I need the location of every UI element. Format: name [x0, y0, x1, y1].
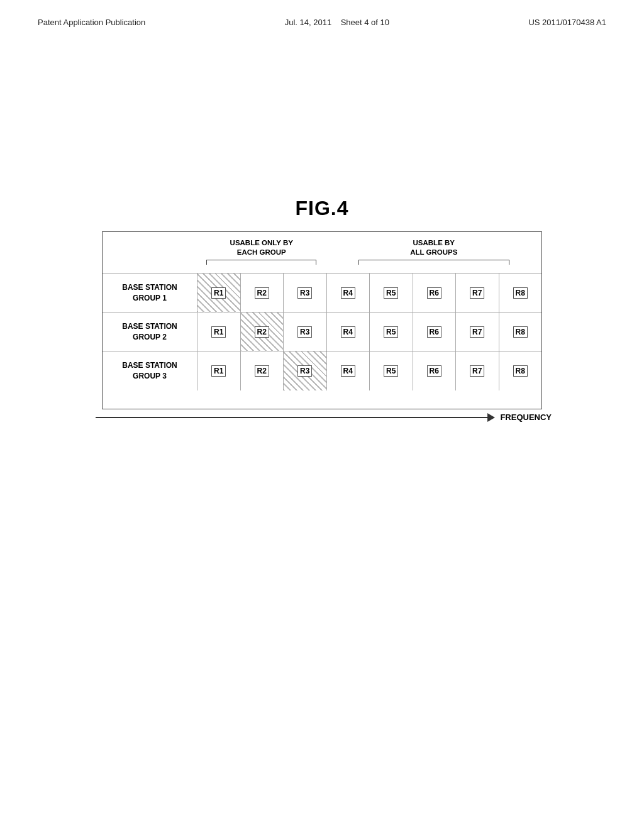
brace-left-group: USABLE ONLY BYEACH GROUP [197, 238, 326, 265]
cell-label-g3-r1: R1 [211, 365, 226, 377]
brace-left-line [206, 260, 316, 265]
cell-g3-r4: R4 [326, 351, 370, 390]
cell-g1-r4: R4 [326, 274, 370, 313]
cell-g1-r2: R2 [240, 274, 284, 313]
brace-right-label: USABLE BYALL GROUPS [410, 238, 457, 257]
cell-g3-r3: R3 [283, 351, 326, 390]
cell-label-g1-r8: R8 [513, 287, 528, 299]
cell-label-g3-r7: R7 [470, 365, 484, 377]
cell-g3-r5: R5 [369, 351, 413, 390]
cell-g3-r7: R7 [455, 351, 499, 390]
cell-label-g2-r2: R2 [255, 326, 269, 338]
cell-g2-r6: R6 [413, 313, 456, 351]
cell-g1-r8: R8 [499, 274, 542, 313]
cell-g1-r3: R3 [283, 274, 326, 313]
freq-axis-arrow [487, 413, 495, 422]
cell-label-g3-r4: R4 [341, 365, 355, 377]
cell-label-g1-r3: R3 [297, 287, 312, 299]
cell-g3-r1: R1 [197, 351, 240, 390]
cell-label-g2-r6: R6 [427, 326, 441, 338]
group-rows: BASE STATIONGROUP 1R1R2R3R4R5R6R7R8BASE … [103, 273, 541, 390]
cell-label-g3-r3: R3 [297, 365, 312, 377]
brace-right-line [358, 260, 509, 265]
cell-label-g1-r1: R1 [211, 287, 226, 299]
cell-label-g2-r5: R5 [384, 326, 398, 338]
cell-g2-r7: R7 [455, 313, 499, 351]
cell-g3-r6: R6 [413, 351, 456, 390]
diagram-wrapper: USABLE ONLY BYEACH GROUP USABLE BYALL GR… [92, 231, 552, 422]
cell-label-g3-r8: R8 [513, 365, 528, 377]
cell-g2-r5: R5 [369, 313, 413, 351]
cell-label-g2-r1: R1 [211, 326, 226, 338]
cell-label-g1-r5: R5 [384, 287, 398, 299]
frequency-axis: FREQUENCY [92, 412, 552, 422]
cell-label-g2-r7: R7 [470, 326, 484, 338]
brace-left-label: USABLE ONLY BYEACH GROUP [230, 238, 293, 257]
group-row-1: BASE STATIONGROUP 1R1R2R3R4R5R6R7R8 [103, 273, 541, 312]
group-label-2: BASE STATIONGROUP 2 [103, 321, 197, 343]
header-right: US 2011/0170438 A1 [528, 18, 606, 27]
cell-label-g3-r5: R5 [384, 365, 398, 377]
cell-label-g2-r3: R3 [297, 326, 312, 338]
cell-g1-r7: R7 [455, 274, 499, 313]
header-middle: Jul. 14, 2011 Sheet 4 of 10 [285, 18, 389, 27]
cell-g2-r3: R3 [283, 313, 326, 351]
header-left: Patent Application Publication [38, 18, 145, 27]
cell-label-g3-r6: R6 [427, 365, 441, 377]
brace-header: USABLE ONLY BYEACH GROUP USABLE BYALL GR… [103, 232, 541, 273]
cell-label-g2-r8: R8 [513, 326, 528, 338]
cell-g2-r1: R1 [197, 313, 240, 351]
cell-label-g2-r4: R4 [341, 326, 355, 338]
frequency-label: FREQUENCY [500, 412, 552, 422]
cells-row-1: R1R2R3R4R5R6R7R8 [197, 274, 541, 313]
cell-label-g1-r2: R2 [255, 287, 269, 299]
cell-g1-r5: R5 [369, 274, 413, 313]
cell-label-g3-r2: R2 [255, 365, 269, 377]
group-label-1: BASE STATIONGROUP 1 [103, 282, 197, 304]
cell-g1-r6: R6 [413, 274, 456, 313]
diagram-container: USABLE ONLY BYEACH GROUP USABLE BYALL GR… [102, 231, 542, 409]
cells-row-2: R1R2R3R4R5R6R7R8 [197, 313, 541, 351]
cell-g3-r8: R8 [499, 351, 542, 390]
cell-g2-r4: R4 [326, 313, 370, 351]
cell-label-g1-r6: R6 [427, 287, 441, 299]
figure-title: FIG.4 [0, 197, 644, 220]
page-header: Patent Application Publication Jul. 14, … [0, 0, 644, 27]
cell-g2-r8: R8 [499, 313, 542, 351]
group-label-3: BASE STATIONGROUP 3 [103, 360, 197, 382]
group-row-2: BASE STATIONGROUP 2R1R2R3R4R5R6R7R8 [103, 312, 541, 351]
cells-row-3: R1R2R3R4R5R6R7R8 [197, 351, 541, 390]
group-row-3: BASE STATIONGROUP 3R1R2R3R4R5R6R7R8 [103, 351, 541, 390]
brace-right-group: USABLE BYALL GROUPS [326, 238, 542, 265]
cell-g3-r2: R2 [240, 351, 284, 390]
freq-axis-line [96, 417, 487, 418]
cell-g1-r1: R1 [197, 274, 240, 313]
cell-g2-r2: R2 [240, 313, 284, 351]
cell-label-g1-r7: R7 [470, 287, 484, 299]
cell-label-g1-r4: R4 [341, 287, 355, 299]
